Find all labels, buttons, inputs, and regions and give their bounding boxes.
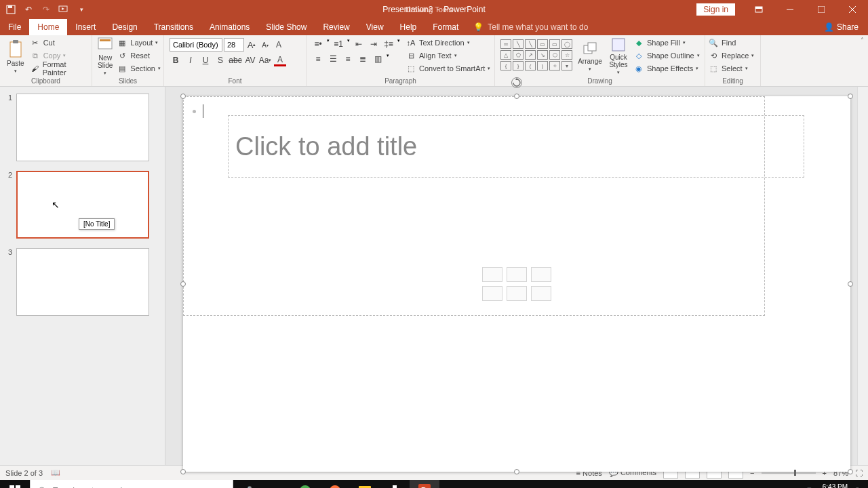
save-icon[interactable] xyxy=(5,4,16,15)
redo-icon[interactable]: ↷ xyxy=(41,4,52,15)
tab-insert[interactable]: Insert xyxy=(67,19,104,35)
find-button[interactable]: 🔍Find xyxy=(708,37,754,49)
numbering-icon[interactable]: ≡1 xyxy=(332,38,344,50)
quick-styles-button[interactable]: Quick Styles▾ xyxy=(605,37,632,76)
windows-start-button[interactable] xyxy=(0,480,30,488)
title-placeholder[interactable]: Click to add title xyxy=(228,115,804,178)
shape-fill-button[interactable]: ◆Shape Fill▾ xyxy=(633,37,700,49)
align-right-icon[interactable]: ≡ xyxy=(342,53,354,65)
shapes-gallery[interactable]: ═╲╲▭▭◯ △⬠↗↘⬡☆ {}()✧▾ xyxy=(500,39,572,70)
selection-handle[interactable] xyxy=(180,469,186,474)
slide-thumbnail-3[interactable] xyxy=(16,248,149,316)
tab-animations[interactable]: Animations xyxy=(201,19,258,35)
convert-smartart-button[interactable]: ⬚Convert to SmartArt▾ xyxy=(406,62,490,75)
bold-button[interactable]: B xyxy=(170,54,182,66)
slide-canvas[interactable]: Click to add title xyxy=(165,87,868,465)
strikethrough-button[interactable]: abc xyxy=(229,54,241,66)
insert-pictures-icon[interactable] xyxy=(482,286,502,301)
font-size-combo[interactable]: 28 xyxy=(224,38,244,52)
shape-outline-button[interactable]: ◇Shape Outline▾ xyxy=(633,49,700,62)
align-text-button[interactable]: ⊟Align Text▾ xyxy=(406,49,490,62)
italic-button[interactable]: I xyxy=(184,54,197,66)
selection-handle[interactable] xyxy=(848,469,853,474)
ribbon-display-options-icon[interactable] xyxy=(743,0,774,19)
tab-transitions[interactable]: Transitions xyxy=(146,19,201,35)
insert-table-icon[interactable] xyxy=(482,267,502,282)
decrease-font-icon[interactable]: A▾ xyxy=(259,39,271,51)
start-from-beginning-icon[interactable] xyxy=(58,4,69,15)
slide[interactable]: Click to add title xyxy=(183,96,850,472)
shadow-button[interactable]: S xyxy=(214,54,226,66)
taskbar-edge-icon[interactable]: e xyxy=(260,480,290,488)
tab-design[interactable]: Design xyxy=(104,19,145,35)
vertical-scrollbar[interactable] xyxy=(857,87,868,465)
insert-video-icon[interactable] xyxy=(531,286,551,301)
selection-handle[interactable] xyxy=(848,281,853,287)
share-button[interactable]: 👤 Share xyxy=(814,19,868,35)
arrange-button[interactable]: Arrange▾ xyxy=(575,37,605,76)
clear-formatting-icon[interactable]: A xyxy=(273,39,285,51)
tell-me-search[interactable]: 💡 Tell me what you want to do xyxy=(467,19,814,35)
taskbar-search[interactable]: ◯ Type here to search xyxy=(30,480,233,488)
taskbar-firefox-icon[interactable] xyxy=(320,480,350,488)
tab-file[interactable]: File xyxy=(0,19,29,35)
align-left-icon[interactable]: ≡ xyxy=(312,53,324,65)
increase-font-icon[interactable]: A▴ xyxy=(245,39,258,51)
layout-button[interactable]: ▦Layout▾ xyxy=(117,37,161,49)
insert-smartart-icon[interactable] xyxy=(531,267,551,282)
increase-indent-icon[interactable]: ⇥ xyxy=(368,38,380,50)
tab-slideshow[interactable]: Slide Show xyxy=(258,19,315,35)
reset-button[interactable]: ↺Reset xyxy=(117,49,161,62)
zoom-slider[interactable] xyxy=(762,472,816,474)
tab-review[interactable]: Review xyxy=(315,19,357,35)
shape-effects-button[interactable]: ◉Shape Effects▾ xyxy=(633,62,700,75)
font-name-combo[interactable]: Calibri (Body) xyxy=(170,38,222,52)
tab-view[interactable]: View xyxy=(358,19,392,35)
replace-button[interactable]: ⟲Replace▾ xyxy=(708,49,754,62)
tab-help[interactable]: Help xyxy=(392,19,425,35)
minimize-icon[interactable] xyxy=(774,0,806,19)
format-painter-button[interactable]: 🖌Format Painter xyxy=(30,62,89,75)
paste-button[interactable]: Paste ▾ xyxy=(3,37,28,76)
undo-icon[interactable]: ↶ xyxy=(23,4,34,15)
tab-format[interactable]: Format xyxy=(425,19,467,35)
insert-chart-icon[interactable] xyxy=(507,267,527,282)
maximize-icon[interactable] xyxy=(806,0,837,19)
taskbar-powerpoint-icon[interactable]: P xyxy=(410,480,439,488)
bullets-icon[interactable]: ≡• xyxy=(312,38,324,50)
selection-handle[interactable] xyxy=(848,94,853,99)
align-center-icon[interactable]: ☰ xyxy=(327,53,339,65)
content-insert-icons[interactable] xyxy=(482,267,551,301)
selection-handle[interactable] xyxy=(180,94,186,99)
character-spacing-icon[interactable]: AV xyxy=(244,54,256,66)
new-slide-button[interactable]: New Slide ▾ xyxy=(95,37,115,76)
line-spacing-icon[interactable]: ‡≡ xyxy=(382,38,395,50)
taskbar-chrome-icon[interactable] xyxy=(290,480,320,488)
selection-handle[interactable] xyxy=(514,469,519,474)
rotate-handle[interactable] xyxy=(511,77,522,88)
taskbar-store-icon[interactable] xyxy=(380,480,410,488)
cut-button[interactable]: ✂Cut xyxy=(30,37,89,49)
selection-handle[interactable] xyxy=(180,281,186,287)
collapse-ribbon-icon[interactable]: ˄ xyxy=(861,37,864,44)
taskbar-explorer-icon[interactable] xyxy=(350,480,380,488)
selection-handle[interactable] xyxy=(514,94,519,99)
close-icon[interactable] xyxy=(837,0,868,19)
sign-in-button[interactable]: Sign in xyxy=(696,3,735,16)
copy-button[interactable]: ⧉Copy▾ xyxy=(30,49,89,62)
spell-check-icon[interactable]: 📖 xyxy=(51,468,60,477)
slide-thumbnail-pane[interactable]: 1 2 ↖ [No Title] 3 xyxy=(0,87,165,465)
slide-thumbnail-1[interactable] xyxy=(16,94,149,161)
slide-thumbnail-2[interactable]: ↖ [No Title] xyxy=(16,171,149,239)
select-button[interactable]: ⬚Select▾ xyxy=(708,62,754,75)
tray-clock[interactable]: 6:43 PM 8/11/2018 xyxy=(818,483,848,488)
columns-icon[interactable]: ▥ xyxy=(372,53,384,65)
qat-customize-icon[interactable]: ▾ xyxy=(76,4,87,15)
section-button[interactable]: ▤Section▾ xyxy=(117,62,161,75)
font-color-icon[interactable]: A xyxy=(274,54,286,66)
text-direction-button[interactable]: ↕AText Direction▾ xyxy=(406,37,490,49)
underline-button[interactable]: U xyxy=(199,54,212,66)
tab-home[interactable]: Home xyxy=(29,19,67,35)
change-case-icon[interactable]: Aa▾ xyxy=(259,54,271,66)
fit-to-window-icon[interactable]: ⛶ xyxy=(855,469,863,477)
